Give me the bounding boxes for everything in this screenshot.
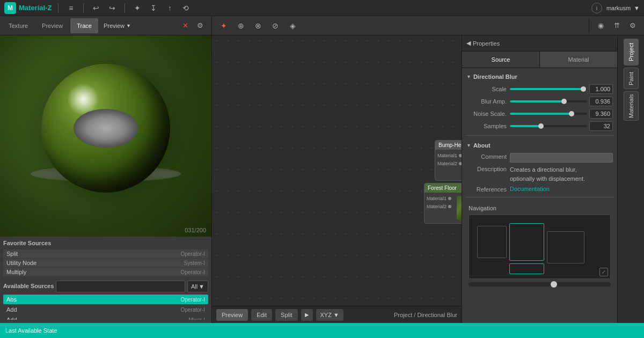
close-icon[interactable]: ✕ xyxy=(178,19,192,33)
navigation-section: Navigation ⤢ xyxy=(465,202,614,290)
node-forest-header: Forest Floor ⊙ xyxy=(425,183,462,193)
app-logo: M Material-Z xyxy=(4,2,52,14)
node-canvas[interactable]: Ground ⊙ ✕ Base Color Subsurface Metalli… xyxy=(212,35,462,323)
node-bump-ports: Material1 Material2 xyxy=(435,150,462,180)
blur-amp-fill xyxy=(510,100,564,102)
project-button[interactable]: Project xyxy=(624,39,639,65)
download-icon[interactable]: ↧ xyxy=(148,2,159,14)
info-icon[interactable]: i xyxy=(591,3,602,13)
nav-node-1 xyxy=(477,226,507,258)
play-btn[interactable]: ▶ xyxy=(301,309,313,321)
cursor-icon[interactable]: ✦ xyxy=(131,2,143,14)
samples-slider[interactable] xyxy=(510,125,587,127)
upload-icon[interactable]: ↑ xyxy=(164,2,175,14)
source-search-input[interactable] xyxy=(56,281,185,292)
noise-scale-slider[interactable] xyxy=(510,113,587,115)
references-label: References xyxy=(466,186,507,193)
samples-thumb[interactable] xyxy=(538,123,544,129)
node-add-icon[interactable]: ⊕ xyxy=(233,18,248,33)
filter-chevron-icon: ▼ xyxy=(199,283,204,290)
nav-zoom-thumb[interactable] xyxy=(551,281,557,288)
xyz-select[interactable]: XYZ ▼ xyxy=(316,309,343,321)
source-item-add-2[interactable]: Add Mixer-I xyxy=(3,315,208,320)
tab-trace[interactable]: Trace xyxy=(70,18,98,33)
about-arrow-icon[interactable]: ▼ xyxy=(466,143,471,148)
status-bar: Last Available State xyxy=(0,323,644,338)
source-list: Abs Operator-I Add Operator-I Add Mixer-… xyxy=(3,295,208,320)
noise-scale-value[interactable]: 9.360 xyxy=(589,109,613,119)
paint-button[interactable]: Paint xyxy=(624,68,639,89)
samples-value[interactable]: 32 xyxy=(589,121,613,131)
fav-item-split[interactable]: Split Operator-I xyxy=(3,249,208,258)
nav-zoom-slider[interactable] xyxy=(469,282,611,286)
materials-button[interactable]: Materials xyxy=(624,91,639,121)
tab-preview[interactable]: Preview xyxy=(35,18,69,33)
left-tab-area: Texture Preview Trace Preview ▼ ✕ ⚙ xyxy=(0,16,212,35)
source-item-abs[interactable]: Abs Operator-I xyxy=(3,295,208,304)
blur-amp-slider-wrap: 0.936 xyxy=(510,97,613,106)
separator2 xyxy=(465,197,614,197)
tab-texture[interactable]: Texture xyxy=(2,18,34,33)
frame-counter: 031/200 xyxy=(185,227,206,233)
undo-icon[interactable]: ↩ xyxy=(90,2,102,14)
fav-item-utility[interactable]: Utility Node System-I xyxy=(3,259,208,267)
properties-content: ▼ Directional Blur Scale 1.000 Blur Amp. xyxy=(462,68,617,323)
node-bump-height[interactable]: Bump-Height ⊙ Material1 Material2 xyxy=(435,140,462,181)
right-tools: ◉ ⇈ ⚙ xyxy=(589,19,644,33)
blur-amp-thumb[interactable] xyxy=(561,99,567,104)
preview-dropdown-btn[interactable]: Preview ▼ xyxy=(99,18,135,33)
scale-thumb[interactable] xyxy=(581,86,586,92)
status-text: Last Available State xyxy=(5,327,57,334)
node-split-icon[interactable]: ⊘ xyxy=(268,18,283,33)
properties-header: ◀ Properties xyxy=(462,35,617,52)
noise-scale-thumb[interactable] xyxy=(569,111,574,116)
source-item-add-1[interactable]: Add Operator-I xyxy=(3,305,208,314)
filter-select[interactable]: All ▼ xyxy=(187,281,208,292)
node-forest-floor[interactable]: Forest Floor ⊙ Material1 Material2 xyxy=(424,183,462,224)
preview-btn[interactable]: Preview xyxy=(216,309,248,321)
blur-amp-slider[interactable] xyxy=(510,100,587,102)
available-sources-header: Available Sources All ▼ xyxy=(3,281,208,292)
tab-material[interactable]: Material xyxy=(540,52,617,68)
prop-blur-amp: Blur Amp. 0.936 xyxy=(465,97,614,106)
cross-icon[interactable]: ✦ xyxy=(216,18,231,33)
available-sources-title: Available Sources xyxy=(3,283,54,289)
prop-noise-scale: Noise Scale. 9.360 xyxy=(465,109,614,119)
split-btn[interactable]: Split xyxy=(275,309,297,321)
node-link-icon[interactable]: ⊗ xyxy=(251,18,266,33)
eye-icon[interactable]: ◉ xyxy=(594,19,608,33)
prop-samples: Samples 32 xyxy=(465,121,614,131)
node-merge-icon[interactable]: ◈ xyxy=(285,18,300,33)
references-row: References Documentation xyxy=(465,186,614,193)
comment-label: Comment xyxy=(466,153,507,160)
navigation-canvas[interactable]: ⤢ xyxy=(469,215,611,279)
directional-blur-title: Directional Blur xyxy=(473,74,517,80)
left-panel: 031/200 Favorite Sources Split Operator-… xyxy=(0,35,212,323)
scale-slider[interactable] xyxy=(510,88,587,90)
left-toolbar-icons: ✕ ⚙ xyxy=(178,19,209,33)
node-forest-body: Material1 Material2 xyxy=(425,193,462,223)
refresh-icon[interactable]: ⟲ xyxy=(180,2,192,14)
comment-input[interactable] xyxy=(510,153,613,163)
port-out xyxy=(448,205,451,208)
settings-icon[interactable]: ⚙ xyxy=(193,19,207,33)
edit-btn[interactable]: Edit xyxy=(251,309,272,321)
logo-icon: M xyxy=(4,2,16,14)
section-arrow-icon[interactable]: ▼ xyxy=(466,74,471,79)
documentation-link[interactable]: Documentation xyxy=(510,186,550,192)
nav-expand-icon[interactable]: ⤢ xyxy=(599,268,608,276)
blur-amp-value[interactable]: 0.936 xyxy=(589,97,613,106)
navigation-title: Navigation xyxy=(469,205,611,211)
center-tools: ✦ ⊕ ⊗ ⊘ ◈ xyxy=(212,18,589,33)
fav-item-multiply[interactable]: Multiply Operator-I xyxy=(3,268,208,276)
separator xyxy=(465,135,614,136)
redo-icon[interactable]: ↪ xyxy=(106,2,118,14)
noise-scale-slider-wrap: 9.360 xyxy=(510,109,613,119)
share-icon[interactable]: ⇈ xyxy=(610,19,624,33)
menu-icon[interactable]: ≡ xyxy=(65,2,77,14)
scale-value[interactable]: 1.000 xyxy=(589,84,613,94)
material-sphere xyxy=(41,64,170,193)
tab-source[interactable]: Source xyxy=(462,52,540,68)
app-name: Material-Z xyxy=(19,4,52,12)
gear-icon[interactable]: ⚙ xyxy=(626,19,640,33)
